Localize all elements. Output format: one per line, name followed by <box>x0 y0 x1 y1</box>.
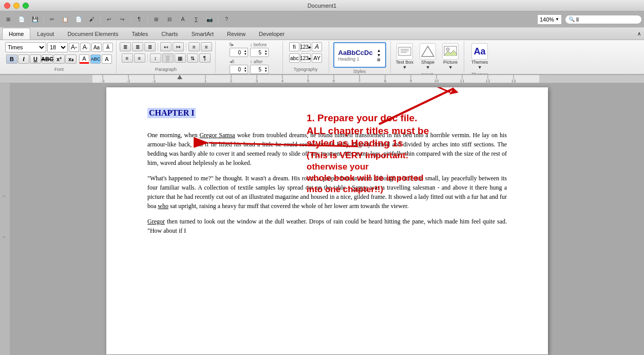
copy-icon[interactable]: 📋 <box>59 13 71 26</box>
paste-icon[interactable]: 📄 <box>72 13 85 26</box>
numbers2-btn[interactable]: 123▸ <box>300 53 311 63</box>
svg-marker-4 <box>422 46 434 57</box>
themes-dropdown[interactable]: ▼ <box>478 65 482 70</box>
align-center-btn[interactable]: ≡ <box>201 42 212 51</box>
spacing-before-field[interactable]: 5 ▲ ▼ <box>250 48 269 57</box>
font-family-select[interactable]: Times <box>5 42 46 52</box>
tab-document-elements[interactable]: Document Elements <box>61 28 125 40</box>
strikethrough-btn[interactable]: ABC <box>42 54 53 64</box>
ribbon-group-insert: Text Box ▼ Shape ▼ <box>391 41 465 73</box>
help-icon[interactable]: ? <box>220 13 233 26</box>
ribbon-group-indents: fi▸ 0 ▲ ▼ ↕ before 5 ▲ <box>216 41 283 73</box>
line-spacing-btn[interactable]: ↕ <box>150 53 161 63</box>
subscript-btn[interactable]: x₂ <box>65 54 77 64</box>
pilcrow-icon[interactable]: ¶ <box>133 13 145 26</box>
tab-home[interactable]: Home <box>2 28 30 40</box>
save-icon[interactable]: 💾 <box>29 13 41 26</box>
table-icon[interactable]: ⊞ <box>150 13 162 26</box>
align-justify-btn[interactable]: ≡ <box>134 53 145 63</box>
borders-btn[interactable]: ▦ <box>175 53 186 63</box>
svg-point-6 <box>446 48 449 51</box>
media-icon[interactable]: 📷 <box>203 13 216 26</box>
font-size-decrease-btn[interactable]: A- <box>80 43 90 52</box>
highlight-color-btn[interactable]: ABC <box>90 54 101 64</box>
picture-dropdown[interactable]: ▼ <box>448 65 453 70</box>
textbox-insert-btn[interactable]: Text Box ▼ <box>394 42 416 71</box>
chapter-title: CHAPTER I <box>147 108 196 118</box>
formula-icon[interactable]: ∑ <box>190 13 202 26</box>
textbox-tb-icon[interactable]: A <box>177 13 189 26</box>
ribbon-collapse-btn[interactable]: ∧ <box>634 28 644 40</box>
new-doc-icon[interactable]: 📄 <box>15 13 28 26</box>
bold-btn[interactable]: B <box>6 54 17 64</box>
format-btn-group: B I U ABC x² x₂ <box>6 54 77 64</box>
format-brush-icon[interactable]: 🖌 <box>86 13 98 26</box>
close-button[interactable] <box>4 3 10 9</box>
tab-smartart[interactable]: SmartArt <box>185 28 220 40</box>
list-ordered-btn[interactable]: ≣ <box>132 42 143 51</box>
search-input[interactable] <box>576 16 628 23</box>
styles-expand-btn[interactable]: ⊞ <box>377 58 381 62</box>
spacing-after-down[interactable]: ▼ <box>264 69 268 72</box>
baseline-btn[interactable]: abc <box>289 53 299 63</box>
shape-insert-btn[interactable]: Shape ▼ <box>418 42 438 71</box>
sort-btn[interactable]: ⇅ <box>187 53 198 63</box>
superscript-btn[interactable]: x² <box>53 54 65 64</box>
styles-up-btn[interactable]: ▲ <box>377 48 381 53</box>
font-size-increase-btn[interactable]: A+ <box>69 43 79 52</box>
list-outline-btn[interactable]: ≣ <box>144 42 156 51</box>
list-unordered-btn[interactable]: ≣ <box>120 42 131 51</box>
cut-icon[interactable]: ✂ <box>46 13 58 26</box>
indent-decrease-btn[interactable]: ↤ <box>160 42 172 51</box>
font-case-btn[interactable]: Aa <box>91 43 102 52</box>
traffic-lights <box>4 3 29 9</box>
search-box[interactable]: 🔍 <box>565 15 642 24</box>
separator-4 <box>147 14 148 25</box>
maximize-button[interactable] <box>23 3 29 9</box>
tab-tables[interactable]: Tables <box>125 28 155 40</box>
undo-icon[interactable]: ↩ <box>103 13 115 26</box>
indent-increase-btn[interactable]: ↦ <box>173 42 184 51</box>
tab-layout[interactable]: Layout <box>30 28 61 40</box>
svg-rect-8 <box>92 75 539 83</box>
align-left-btn[interactable]: ≡ <box>188 42 200 51</box>
ligatures-btn[interactable]: fi <box>289 42 299 51</box>
glyph-btn[interactable]: A <box>312 42 322 51</box>
paragraph-3: Gregor then turned to look out the windo… <box>147 217 507 235</box>
frame-icon[interactable]: ⊟ <box>163 13 176 26</box>
align-right-btn[interactable]: ≡ <box>122 53 133 63</box>
tab-review[interactable]: Review <box>220 28 252 40</box>
zoom-dropdown-icon[interactable]: ▼ <box>555 17 559 22</box>
spacing-after-field[interactable]: 5 ▲ ▼ <box>250 65 269 74</box>
show-formatting-btn[interactable]: ¶ <box>199 53 211 63</box>
indent-left-down[interactable]: ▼ <box>244 52 247 55</box>
indent-left-field[interactable]: 0 ▲ ▼ <box>230 48 248 57</box>
numbers-btn[interactable]: 123▸ <box>300 42 311 51</box>
indent-right-down[interactable]: ▼ <box>244 69 247 72</box>
picture-insert-btn[interactable]: Picture ▼ <box>440 42 461 71</box>
styles-group-label: Styles <box>353 68 366 74</box>
textbox-dropdown[interactable]: ▼ <box>402 65 407 70</box>
indent-right-field[interactable]: 0 ▲ ▼ <box>230 65 248 74</box>
redo-icon[interactable]: ↪ <box>116 13 128 26</box>
themes-btn[interactable]: Aa Themes ▼ <box>469 42 490 71</box>
home-icon[interactable]: ⊞ <box>2 13 14 26</box>
tab-charts[interactable]: Charts <box>155 28 184 40</box>
shape-icon <box>420 43 436 60</box>
clear-format-btn[interactable]: A̋ <box>103 43 113 52</box>
styles-down-btn[interactable]: ▼ <box>377 53 381 58</box>
underline-btn[interactable]: U <box>30 54 41 64</box>
minimize-button[interactable] <box>13 3 20 9</box>
shading-btn[interactable]: ░ <box>162 53 174 63</box>
font-size-select[interactable]: 18 <box>47 42 68 52</box>
spacing-before-down[interactable]: ▼ <box>264 52 268 55</box>
paragraph-2: "What's happened to me?" he thought. It … <box>147 174 507 211</box>
tracking-btn[interactable]: AY <box>312 53 322 63</box>
svg-rect-0 <box>399 47 411 55</box>
font-color-btn[interactable]: A <box>79 54 89 64</box>
italic-btn[interactable]: I <box>18 54 29 64</box>
styles-preview-box[interactable]: AaBbCcDc Heading 1 ▲ ▼ ⊞ <box>333 42 386 68</box>
tab-developer[interactable]: Developer <box>252 28 291 40</box>
text-effect-btn[interactable]: A <box>102 54 112 64</box>
shape-dropdown[interactable]: ▼ <box>426 65 430 70</box>
